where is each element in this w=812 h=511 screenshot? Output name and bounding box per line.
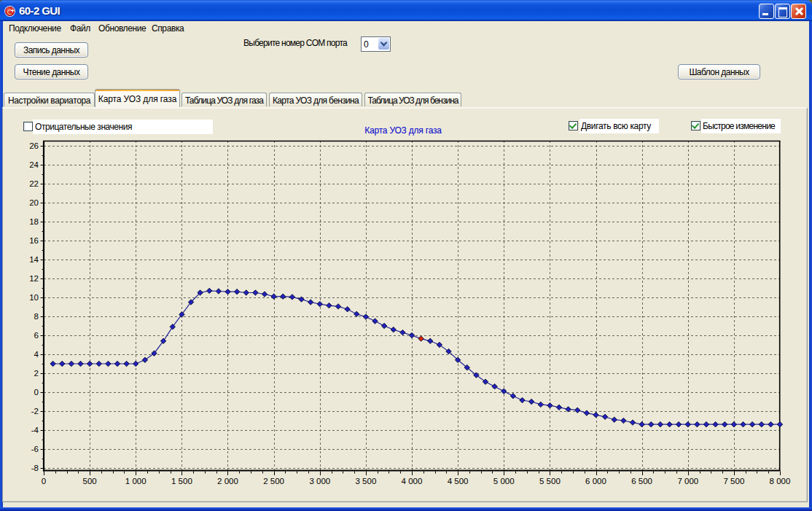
svg-text:26: 26	[29, 141, 39, 150]
svg-text:7 500: 7 500	[724, 477, 745, 485]
svg-text:4: 4	[34, 350, 39, 359]
svg-text:6 500: 6 500	[631, 477, 652, 485]
svg-text:12: 12	[29, 274, 39, 283]
svg-text:1 500: 1 500	[171, 477, 192, 485]
svg-text:0: 0	[42, 477, 46, 485]
svg-text:20: 20	[29, 198, 39, 207]
svg-text:6: 6	[34, 331, 39, 340]
svg-text:0: 0	[34, 388, 39, 397]
svg-text:-8: -8	[31, 464, 39, 472]
svg-text:5 500: 5 500	[539, 477, 561, 485]
svg-text:4 500: 4 500	[448, 477, 469, 485]
svg-text:2: 2	[34, 369, 39, 378]
svg-text:-4: -4	[31, 426, 39, 434]
svg-text:-2: -2	[31, 407, 39, 416]
svg-text:500: 500	[83, 477, 97, 485]
svg-text:24: 24	[29, 160, 39, 169]
svg-text:Карта УОЗ для газа: Карта УОЗ для газа	[364, 125, 442, 136]
svg-text:10: 10	[29, 293, 39, 302]
svg-text:5 000: 5 000	[493, 477, 515, 485]
svg-text:6 000: 6 000	[585, 477, 606, 485]
svg-text:8 000: 8 000	[770, 477, 791, 485]
svg-text:1 000: 1 000	[125, 477, 147, 485]
svg-text:16: 16	[29, 236, 39, 245]
svg-text:22: 22	[29, 179, 39, 188]
svg-text:18: 18	[29, 217, 39, 226]
svg-text:2 500: 2 500	[263, 477, 284, 485]
svg-text:3 000: 3 000	[309, 477, 330, 485]
svg-text:8: 8	[34, 312, 39, 321]
svg-text:4 000: 4 000	[402, 477, 423, 485]
svg-text:7 000: 7 000	[677, 477, 698, 485]
svg-text:14: 14	[29, 255, 39, 264]
svg-text:3 500: 3 500	[356, 477, 377, 485]
svg-text:2 000: 2 000	[217, 477, 238, 485]
svg-text:-6: -6	[31, 445, 39, 453]
